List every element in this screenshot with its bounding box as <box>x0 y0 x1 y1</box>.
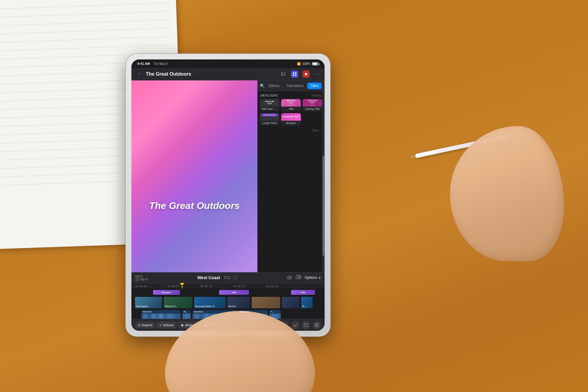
title-preview-text-1: HEADLINETEXT <box>265 101 274 105</box>
title-card-preview-2: HEADLINETEXT SUBTITLE <box>281 99 301 107</box>
title-card-title[interactable]: HEADLINETEXT SUBTITLE Title <box>281 99 301 111</box>
clip-thumb-6 <box>282 297 299 308</box>
title-preview-text-2: HEADLINETEXT SUBTITLE <box>286 100 296 106</box>
lower-third-badge: HEADLINE TEXT <box>261 113 278 116</box>
clip-label-water: Running Water 2 <box>195 305 214 308</box>
video-clip-mossy[interactable]: Mossy Tr... <box>164 297 192 308</box>
ruler-mark-0: 00:00:00 <box>135 285 147 288</box>
volume-label: Volume <box>163 323 174 327</box>
battery-icon <box>312 62 319 65</box>
video-clip-7[interactable]: R... <box>301 297 313 308</box>
svg-rect-14 <box>304 324 308 327</box>
ipad-screen: 9:41 AM Tue May 9 📶 100% ‹ The Great Out… <box>131 59 325 331</box>
waveform-w <box>182 314 191 319</box>
clip-gap-1 <box>163 297 163 308</box>
status-time: 9:41 AM <box>137 62 150 65</box>
title-clip-2[interactable]: Title <box>291 290 315 295</box>
svg-rect-15 <box>315 323 316 325</box>
title-track: Bumper Title Title <box>135 289 321 295</box>
audio-label-w: W... <box>184 311 187 313</box>
more-icon[interactable]: ··· <box>314 71 321 78</box>
svg-point-1 <box>282 73 283 74</box>
project-info: West Coast 3:11 i <box>148 275 287 280</box>
continue-area: Con... <box>260 128 322 132</box>
inspect-button[interactable]: ≡ Inspect <box>135 321 155 329</box>
status-bar: 9:41 AM Tue May 9 📶 100% <box>131 59 325 68</box>
ipad-body: 9:41 AM Tue May 9 📶 100% ‹ The Great Out… <box>126 54 330 336</box>
clip-area: Clip ↺ <box>135 278 148 281</box>
video-clip-brook[interactable]: Brook <box>227 297 250 308</box>
title-card-bumper[interactable]: HEADLINE TEXT Bumper <box>281 113 301 125</box>
options-chevron: ∨ <box>318 276 321 280</box>
photo-icon[interactable] <box>280 71 287 78</box>
action-btn-4[interactable] <box>313 321 321 329</box>
video-clip-5[interactable] <box>252 297 280 308</box>
title-card-lower-third[interactable]: HEADLINE TEXT Lower Third <box>260 113 279 125</box>
toolbar-icons: ··· <box>280 71 321 78</box>
svg-rect-2 <box>293 72 294 74</box>
clip-thumb-5 <box>252 297 280 308</box>
info-icon[interactable]: i <box>233 276 237 280</box>
search-button[interactable]: 🔍 <box>260 82 265 90</box>
view-options-icon[interactable] <box>296 275 301 280</box>
video-clip-6[interactable] <box>282 297 299 308</box>
back-button[interactable]: ‹ <box>135 70 143 78</box>
svg-rect-12 <box>299 277 301 279</box>
action-btn-2[interactable] <box>291 321 299 329</box>
tab-titles[interactable]: Titles <box>307 83 322 89</box>
clip-gap-4 <box>250 297 251 308</box>
title-preview-text-3: HEADLINETEXT SUBTITLE <box>308 100 317 106</box>
imovie-toolbar: ‹ The Great Outdoors <box>131 68 325 80</box>
svg-rect-18 <box>317 325 319 327</box>
clip-label-helicopter: Helicopter <box>136 305 148 308</box>
title-card-label-1: Title Over Footage <box>260 107 279 111</box>
svg-rect-10 <box>296 275 298 279</box>
title-clip-1[interactable]: Title <box>219 290 249 295</box>
timeline-ruler: 00:00:00 00:00:05 00:00:10 00:00:15 00:0… <box>131 283 325 288</box>
audio-label-2: Narration <box>194 311 203 313</box>
svg-rect-5 <box>295 74 296 76</box>
ruler-mark-4: 00:00:20 <box>266 285 278 288</box>
tab-transitions[interactable]: Transitions <box>283 83 306 89</box>
continue-button[interactable]: Con... <box>312 128 321 132</box>
title-card-preview-5: HEADLINE TEXT <box>281 113 301 121</box>
media-browser-icon[interactable] <box>291 71 298 78</box>
clip-label: Clip ↺ <box>140 278 148 281</box>
video-clip-water[interactable]: Running Water 2 <box>194 297 226 308</box>
playhead-head <box>180 283 184 285</box>
options-label: Options <box>305 276 317 280</box>
audio-clip-narration-1[interactable]: Narration <box>142 310 181 319</box>
pink-bg: HEADLINETEXT SUBTITLE <box>281 99 301 107</box>
audio-label-f: F... <box>271 311 273 313</box>
title-card-closing-title[interactable]: HEADLINETEXT SUBTITLE Closing Title <box>303 99 322 111</box>
clip-label-mossy: Mossy Tr... <box>165 305 177 308</box>
title-card-label-2: Title <box>281 107 301 111</box>
inspect-label: Inspect <box>142 323 152 327</box>
volume-icon: ♪ <box>159 323 161 327</box>
project-title: The Great Outdoors <box>146 71 277 77</box>
video-title-overlay: The Great Outdoors <box>149 200 240 211</box>
panel-tabs: 🔍 Effects Transitions Titles Backgrounds… <box>257 80 325 91</box>
ruler-mark-3: 00:00:15 <box>233 285 245 288</box>
title-card-title-over-footage[interactable]: HEADLINETEXT Title Over Footage <box>260 99 279 111</box>
title-card-label-3: Closing Title <box>303 107 322 111</box>
clip-label-brook: Brook <box>229 305 236 308</box>
video-clip-helicopter[interactable]: Helicopter <box>135 297 162 308</box>
title-card-label-4: Lower Third <box>260 121 279 125</box>
options-button[interactable]: Options ∨ <box>305 276 321 280</box>
titles-grid: HEADLINETEXT Title Over Footage <box>260 99 322 125</box>
action-btn-3[interactable] <box>302 321 310 329</box>
title-clip-bumper[interactable]: Bumper <box>153 290 180 295</box>
volume-button[interactable]: ♪ Volume <box>156 321 177 329</box>
audio-clip-w[interactable]: W... <box>182 310 191 319</box>
svg-rect-8 <box>135 278 138 280</box>
status-date: Tue May 9 <box>154 62 168 65</box>
ipad: 9:41 AM Tue May 9 📶 100% ‹ The Great Out… <box>126 54 330 336</box>
clip-label-7: R... <box>302 305 306 308</box>
clip-gap-6 <box>300 297 301 308</box>
select-clip-area: Select Clip ↺ <box>135 275 148 281</box>
project-name: West Coast <box>197 275 220 280</box>
tab-effects[interactable]: Effects <box>266 83 282 89</box>
record-icon[interactable] <box>302 71 310 78</box>
eye-sparkle-icon[interactable] <box>287 276 292 280</box>
